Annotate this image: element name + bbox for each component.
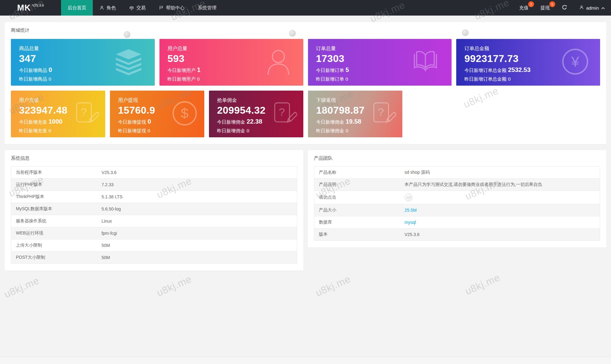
withdraw-badge: 5 xyxy=(549,1,555,7)
recharge-button[interactable]: 充值 2 xyxy=(513,0,534,16)
do-not-click-ball[interactable]: 404 xyxy=(405,193,413,201)
main-menu: 后台首页 角色 交易 帮助中心 系统管理 xyxy=(61,0,223,16)
dollar-circle-icon: $ xyxy=(171,100,198,128)
main-content: 商城统计 商品总量 347 今日新增商品0 昨日新增商品0 用户总量 593 今… xyxy=(0,16,611,271)
user-icon xyxy=(579,5,584,11)
system-info-title: 系统信息 xyxy=(11,155,297,161)
recharge-badge: 2 xyxy=(528,1,534,7)
user-menu[interactable]: admin xyxy=(573,0,611,16)
table-row: ThinkPHP版本5.1.38 LTS xyxy=(11,191,297,203)
yen-circle-icon: ¥ xyxy=(561,47,590,77)
stats-panel-title: 商城统计 xyxy=(11,27,600,33)
layers-icon xyxy=(113,48,144,77)
logo-text: MK xyxy=(17,3,31,13)
product-size-link[interactable]: 25.5M xyxy=(405,208,417,213)
system-info-panel: 系统信息 当前程序版本V25.3.6 运行PHP版本7.2.33 ThinkPH… xyxy=(5,150,303,271)
refresh-icon xyxy=(561,4,567,11)
system-info-table: 当前程序版本V25.3.6 运行PHP版本7.2.33 ThinkPHP版本5.… xyxy=(11,166,297,264)
table-row: MySQL数据库版本5.6.50-log xyxy=(11,203,297,215)
watermark-text: u8kj.me xyxy=(2,275,41,300)
stats-row-1: 商品总量 347 今日新增商品0 昨日新增商品0 用户总量 593 今日新增用户… xyxy=(11,39,600,86)
nav-right-actions: 充值 2 提现 5 admin xyxy=(513,0,611,16)
doc-question-icon: ? xyxy=(370,101,396,127)
stat-card-order-amount-total: 订单总金额 9923177.73 今日新增订单总金额2532.53 昨日新增订单… xyxy=(456,39,600,86)
app-version: V25.3.6 xyxy=(32,3,44,7)
book-icon xyxy=(410,49,441,76)
username: admin xyxy=(586,5,599,11)
stats-row-2: 用户充值 323947.48 今日新增充值1000 昨日新增充值0 ? 用户提现… xyxy=(11,91,600,137)
nav-tab-dashboard[interactable]: 后台首页 xyxy=(61,0,93,16)
table-row: 运行PHP版本7.2.33 xyxy=(11,179,297,191)
product-team-title: 产品团队 xyxy=(314,155,600,161)
product-team-panel: 产品团队 产品名称sd shop 源码 产品说明本产品只为学习测试交流,请勿要做… xyxy=(308,150,606,248)
table-row: 上传大小限制50M xyxy=(11,239,297,252)
database-link[interactable]: mysql xyxy=(405,220,416,225)
stat-card-user-withdraw: 用户提现 15760.9 今日新增提现0 昨日新增提现0 $ xyxy=(110,91,204,137)
table-row: 版本V25.3.6 xyxy=(314,229,600,241)
stat-card-orders-total: 订单总量 17303 今日新增订单5 昨日新增订单0 xyxy=(308,39,452,86)
refresh-button[interactable] xyxy=(556,0,573,16)
table-row: 产品说明本产品只为学习测试交流,请勿要做商业或者用于违法行为,一切后果自负 xyxy=(314,179,600,191)
table-row: 产品名称sd shop 源码 xyxy=(314,167,600,179)
withdraw-button[interactable]: 提现 5 xyxy=(534,0,556,16)
table-row: 服务器操作系统Linux xyxy=(11,215,297,227)
svg-text:?: ? xyxy=(279,106,285,118)
stat-card-users-total: 用户总量 593 今日新增用户1 昨日新增用户0 xyxy=(159,39,303,86)
user-icon xyxy=(264,47,293,77)
svg-text:$: $ xyxy=(181,106,189,121)
stats-panel: 商城统计 商品总量 347 今日新增商品0 昨日新增商品0 用户总量 593 今… xyxy=(5,22,606,144)
doc-question-icon: ? xyxy=(271,101,297,127)
table-row: WEB运行环境fpm-fcgi xyxy=(11,227,297,239)
scales-icon xyxy=(129,5,134,11)
watermark-text: u8kj.me xyxy=(155,273,194,299)
flag-icon xyxy=(159,5,164,10)
chevron-up-icon xyxy=(601,5,605,11)
doc-question-icon: ? xyxy=(73,101,99,127)
user-icon xyxy=(99,5,104,10)
stat-card-goods-total: 商品总量 347 今日新增商品0 昨日新增商品0 xyxy=(11,39,155,86)
stat-card-user-recharge: 用户充值 323947.48 今日新增充值1000 昨日新增充值0 ? xyxy=(11,91,105,137)
svg-text:¥: ¥ xyxy=(571,54,579,70)
table-row: 数据库 mysql xyxy=(314,216,600,229)
svg-text:?: ? xyxy=(81,106,87,118)
watermark-text: u8kj.me xyxy=(314,273,353,299)
nav-tab-system[interactable]: 系统管理 xyxy=(191,0,223,16)
page-footer xyxy=(0,357,611,364)
nav-tab-trade[interactable]: 交易 xyxy=(122,0,152,16)
svg-text:?: ? xyxy=(378,106,384,118)
watermark-text: u8kj.me xyxy=(463,272,502,297)
nav-tab-help[interactable]: 帮助中心 xyxy=(152,0,191,16)
stat-card-referral-commission: 下级返佣 180798.87 今日新增佣金19.58 昨日新增佣金0 ? xyxy=(308,91,402,137)
bottom-panels: 系统信息 当前程序版本V25.3.6 运行PHP版本7.2.33 ThinkPH… xyxy=(5,150,606,271)
app-logo[interactable]: MK V25.3.6 xyxy=(0,0,61,16)
stat-card-order-commission: 抢单佣金 209954.32 今日新增佣金22.38 昨日新增佣金0 ? xyxy=(209,91,303,137)
table-row: 当前程序版本V25.3.6 xyxy=(11,167,297,179)
table-row: 请勿点击 404 xyxy=(314,191,600,204)
product-team-table: 产品名称sd shop 源码 产品说明本产品只为学习测试交流,请勿要做商业或者用… xyxy=(314,166,600,241)
top-navbar: MK V25.3.6 后台首页 角色 交易 帮助中心 系统管理 充值 2 提现 … xyxy=(0,0,611,16)
table-row: POST大小限制50M xyxy=(11,252,297,264)
table-row: 产品大小 25.5M xyxy=(314,204,600,216)
nav-spacer xyxy=(223,0,513,16)
nav-tab-roles[interactable]: 角色 xyxy=(93,0,122,16)
